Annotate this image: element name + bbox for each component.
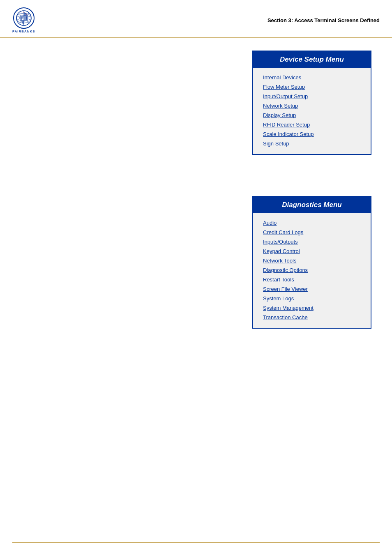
menu-item-transaction-cache[interactable]: Transaction Cache	[263, 313, 361, 322]
menu-item-diagnostic-options[interactable]: Diagnostic Options	[263, 265, 361, 275]
menu-item-network-setup[interactable]: Network Setup	[263, 101, 361, 111]
menu-item-audio[interactable]: Audio	[263, 218, 361, 228]
device-setup-menu-box: Device Setup Menu Internal Devices Flow …	[252, 51, 371, 155]
menu-item-scale-indicator-setup[interactable]: Scale Indicator Setup	[263, 129, 361, 139]
logo-area: FAIRBANKS	[12, 7, 35, 33]
menu-item-network-tools[interactable]: Network Tools	[263, 256, 361, 265]
logo-globe-icon	[15, 9, 33, 27]
menu-item-sign-setup[interactable]: Sign Setup	[263, 139, 361, 148]
menu-item-credit-card-logs[interactable]: Credit Card Logs	[263, 228, 361, 237]
device-setup-menu-title: Device Setup Menu	[253, 51, 371, 68]
menu-item-internal-devices[interactable]: Internal Devices	[263, 73, 361, 82]
diagnostics-menu-box: Diagnostics Menu Audio Credit Card Logs …	[252, 196, 371, 329]
footer-divider	[12, 542, 380, 543]
menu-item-flow-meter-setup[interactable]: Flow Meter Setup	[263, 82, 361, 92]
device-setup-menu-items: Internal Devices Flow Meter Setup Input/…	[253, 68, 371, 154]
menu-item-rfid-reader-setup[interactable]: RFID Reader Setup	[263, 120, 361, 129]
menu-item-inputs-outputs[interactable]: Inputs/Outputs	[263, 237, 361, 246]
diagnostics-menu-title: Diagnostics Menu	[253, 197, 371, 213]
menu-item-system-logs[interactable]: System Logs	[263, 294, 361, 303]
diagnostics-menu-items: Audio Credit Card Logs Inputs/Outputs Ke…	[253, 213, 371, 328]
menu-item-restart-tools[interactable]: Restart Tools	[263, 275, 361, 284]
svg-point-5	[26, 14, 27, 15]
main-content: Device Setup Menu Internal Devices Flow …	[0, 38, 392, 366]
svg-point-4	[23, 12, 24, 13]
menu-item-keypad-control[interactable]: Keypad Control	[263, 246, 361, 256]
menu-item-display-setup[interactable]: Display Setup	[263, 111, 361, 120]
page-header: FAIRBANKS Section 3: Access Terminal Scr…	[0, 0, 392, 38]
menu-item-system-management[interactable]: System Management	[263, 303, 361, 313]
header-title: Section 3: Access Terminal Screens Defin…	[44, 17, 380, 23]
menu-item-input-output-setup[interactable]: Input/Output Setup	[263, 92, 361, 101]
logo-text: FAIRBANKS	[12, 30, 35, 33]
logo-circle	[13, 7, 35, 29]
menu-item-screen-file-viewer[interactable]: Screen File Viewer	[263, 284, 361, 294]
